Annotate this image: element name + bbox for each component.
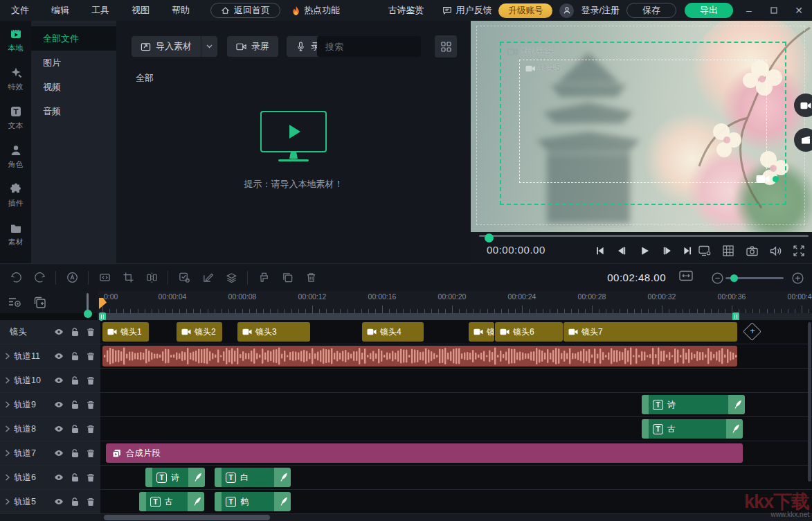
menu-视图[interactable]: 视图: [120, 5, 161, 15]
delete-track-icon[interactable]: [84, 449, 97, 458]
fullscreen-button[interactable]: [791, 243, 807, 258]
export-button[interactable]: 导出: [685, 3, 733, 18]
visibility-toggle-icon[interactable]: [53, 401, 65, 408]
track-header-镜头[interactable]: 镜头: [0, 320, 100, 344]
grid-view-button[interactable]: [435, 35, 457, 58]
visibility-toggle-icon[interactable]: [53, 498, 65, 505]
skip-to-end-button[interactable]: [679, 243, 697, 258]
trim-button[interactable]: [93, 269, 116, 287]
playhead-handle[interactable]: [84, 310, 92, 318]
render-brush-button[interactable]: [252, 269, 276, 287]
chevron-right-icon[interactable]: [0, 425, 14, 432]
camera5-box[interactable]: 镜头5: [519, 60, 767, 183]
home-button[interactable]: 返回首页: [210, 3, 280, 18]
delete-track-icon[interactable]: [84, 400, 97, 409]
composite-clip[interactable]: 合成片段: [106, 443, 743, 463]
sidebar-item-文本[interactable]: 文本: [0, 98, 31, 137]
search-input[interactable]: [317, 42, 453, 52]
sidebar-item-插件[interactable]: 插件: [0, 176, 31, 215]
undo-button[interactable]: [4, 269, 28, 287]
sidebar-item-角色[interactable]: 角色: [0, 137, 31, 176]
clip-镜头5[interactable]: 镜头5: [469, 322, 494, 342]
feedback-button[interactable]: 用户反馈: [442, 4, 491, 17]
timeline-ruler[interactable]: 0:0000:00:0400:00:0800:00:1200:00:1600:0…: [98, 291, 812, 313]
track-lane[interactable]: [102, 344, 812, 368]
visibility-toggle-icon[interactable]: [53, 328, 65, 335]
category-全部文件[interactable]: 全部文件: [31, 26, 116, 51]
menu-帮助[interactable]: 帮助: [161, 5, 201, 15]
delete-track-icon[interactable]: [84, 376, 97, 385]
clip-镜头1[interactable]: 镜头1: [102, 322, 149, 342]
audio-clip[interactable]: [102, 346, 737, 367]
next-frame-button[interactable]: [658, 243, 676, 258]
horizontal-scrollbar[interactable]: [0, 514, 812, 521]
split-button[interactable]: [140, 269, 163, 287]
lock-toggle-icon[interactable]: [69, 473, 81, 482]
track-header-轨道6[interactable]: 轨道6: [0, 466, 100, 489]
track-lane[interactable]: T古: [102, 417, 812, 441]
track-header-轨道11[interactable]: 轨道11: [0, 344, 100, 368]
scene-tool-button[interactable]: [794, 128, 812, 152]
previous-frame-button[interactable]: [613, 243, 631, 258]
track-header-轨道10[interactable]: 轨道10: [0, 369, 100, 392]
hot-feature-button[interactable]: 热点功能: [291, 4, 340, 17]
zoom-out-button[interactable]: [712, 272, 723, 284]
chevron-right-icon[interactable]: [0, 450, 14, 457]
horizontal-scrollbar-thumb[interactable]: [104, 515, 270, 520]
zoom-slider[interactable]: [725, 277, 784, 279]
text-clip-古[interactable]: T古: [139, 492, 204, 511]
maximize-button[interactable]: [765, 0, 783, 21]
category-音频[interactable]: 音频: [31, 99, 116, 123]
progress-handle[interactable]: [485, 233, 494, 242]
text-clip-诗[interactable]: T诗: [642, 395, 745, 414]
record-screen-button[interactable]: 录屏: [227, 36, 278, 57]
zoom-slider-handle[interactable]: [730, 274, 738, 282]
track-lane[interactable]: [102, 369, 812, 392]
menu-文件[interactable]: 文件: [0, 5, 40, 15]
visibility-toggle-icon[interactable]: [53, 425, 65, 432]
delete-track-icon[interactable]: [84, 497, 97, 506]
timeline-overview-range[interactable]: [100, 313, 737, 320]
playback-quality-button[interactable]: [696, 243, 713, 258]
close-button[interactable]: ✕: [790, 0, 808, 21]
preview-progress-bar[interactable]: [479, 235, 809, 237]
zoom-in-button[interactable]: [792, 272, 804, 284]
visibility-toggle-icon[interactable]: [53, 353, 65, 360]
chevron-right-icon[interactable]: [0, 377, 14, 384]
delete-track-icon[interactable]: [84, 473, 97, 482]
menu-编辑[interactable]: 编辑: [40, 5, 80, 15]
skip-to-start-button[interactable]: [590, 243, 608, 258]
track-lane[interactable]: T诗T白: [102, 466, 812, 489]
save-button[interactable]: 保存: [626, 3, 676, 18]
sidebar-item-本地[interactable]: 本地: [0, 21, 31, 60]
chevron-right-icon[interactable]: [0, 353, 14, 360]
login-register-link[interactable]: 登录/注册: [581, 4, 620, 17]
sidebar-item-素材[interactable]: 素材: [0, 215, 31, 254]
delete-track-icon[interactable]: [84, 352, 97, 361]
text-clip-白[interactable]: T白: [215, 468, 291, 487]
track-manager-icon[interactable]: [8, 297, 21, 308]
text-clip-诗[interactable]: T诗: [145, 468, 205, 487]
track-lane[interactable]: 合成片段: [102, 441, 812, 465]
visibility-toggle-icon[interactable]: [53, 450, 65, 457]
chevron-right-icon[interactable]: [0, 474, 14, 481]
track-lane[interactable]: 镜头1镜头2镜头3镜头4镜头5镜头6镜头7: [102, 320, 812, 344]
track-lane[interactable]: T古T鹤: [102, 490, 812, 513]
visibility-toggle-icon[interactable]: [53, 474, 65, 481]
lock-toggle-icon[interactable]: [69, 400, 81, 409]
copy-button[interactable]: [276, 269, 299, 287]
vertical-scrollbar[interactable]: [808, 322, 811, 482]
auto-ripple-button[interactable]: [60, 269, 84, 287]
clip-镜头4[interactable]: 镜头4: [362, 322, 424, 342]
preview-video[interactable]: 默认镜头 镜头5: [471, 21, 812, 232]
import-media-button[interactable]: 导入素材: [132, 36, 201, 57]
chevron-right-icon[interactable]: [0, 401, 14, 408]
category-图片[interactable]: 图片: [31, 51, 116, 75]
add-track-icon[interactable]: [34, 297, 46, 308]
edit-properties-button[interactable]: [196, 269, 219, 287]
clip-镜头3[interactable]: 镜头3: [237, 322, 310, 342]
redo-button[interactable]: [28, 269, 51, 287]
track-lane[interactable]: T诗: [102, 393, 812, 416]
track-header-轨道5[interactable]: 轨道5: [0, 490, 100, 513]
camera-position-marker[interactable]: [756, 175, 779, 184]
